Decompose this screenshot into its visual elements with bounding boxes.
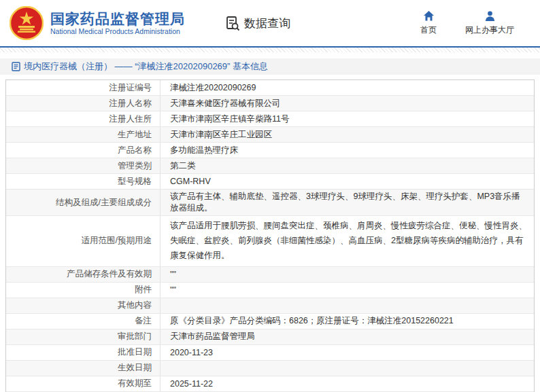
row-label: 注册人名称: [6, 96, 161, 111]
data-query-section[interactable]: 数据查询: [224, 15, 290, 31]
title-bar: 境内医疗器械（注册） —— “津械注准20202090269” 基本信息: [0, 58, 540, 75]
row-value: 津械注准20202090269: [161, 80, 534, 95]
row-label: 适用范围/预期用途: [6, 216, 161, 266]
nav-online-hall-label: 网上办事大厅: [465, 24, 514, 36]
header-nav: 首页 网上办事大厅: [420, 10, 524, 36]
nav-home-label: 首页: [420, 24, 437, 36]
row-label: 生效日期: [6, 361, 161, 376]
national-emblem-logo: [10, 6, 44, 40]
row-value: CGM-RHV: [161, 174, 534, 189]
table-row: 审批部门天津市药品监督管理局: [6, 329, 534, 345]
org-name-en: National Medical Products Administration: [50, 27, 185, 37]
table-row: 适用范围/预期用途该产品适用于腰肌劳损、腰间盘突出症、颈椎病、肩周炎、慢性疲劳综…: [6, 216, 534, 267]
table-row: 注册人住所天津市津南区辛庄镇辛柴路11号: [6, 111, 534, 127]
row-value: 天津市津南区辛庄镇辛柴路11号: [161, 111, 534, 126]
row-label: 审批部门: [6, 329, 161, 344]
row-label: 批准日期: [6, 345, 161, 360]
table-row: 生产地址天津市津南区辛庄工业园区: [6, 127, 534, 143]
table-row: 备注原《分类目录》产品分类编码：6826；原注册证号：津械注准201522602…: [6, 314, 534, 329]
row-label: 型号规格: [6, 174, 161, 189]
row-value: [161, 298, 534, 313]
row-value: 天津市药品监督管理局: [161, 329, 534, 344]
row-label: 备注: [6, 314, 161, 329]
row-value: "": [161, 283, 534, 298]
row-label: 其他内容: [6, 298, 161, 313]
row-label: 注册人住所: [6, 111, 161, 126]
table-row: 生效日期: [6, 361, 534, 376]
nav-online-hall[interactable]: 网上办事大厅: [465, 10, 514, 36]
row-value: 天津喜来健医疗器械有限公司: [161, 96, 534, 111]
row-value: 2025-11-22: [161, 376, 534, 391]
row-value: 第二类: [161, 158, 534, 173]
row-value: 天津市津南区辛庄工业园区: [161, 127, 534, 142]
row-label: 管理类别: [6, 158, 161, 173]
org-name-cn: 国家药品监督管理局: [50, 10, 185, 27]
data-query-label: 数据查询: [244, 16, 290, 31]
row-label: 生产地址: [6, 127, 161, 142]
hatch-band: [0, 48, 540, 52]
row-label: 有效期至: [6, 376, 161, 391]
document-search-icon: [224, 15, 241, 31]
row-value: 多功能温热理疗床: [161, 143, 534, 158]
row-value: 该产品有主体、辅助底垫、遥控器、3球理疗头、9球理疗头、床架、理疗头护套、MP3…: [161, 190, 534, 215]
table-row: 管理类别第二类: [6, 158, 534, 174]
table-row: 附件"": [6, 283, 534, 298]
row-label: 结构及组成/主要组成成分: [6, 190, 161, 215]
table-row: 有效期至2025-11-22: [6, 376, 534, 392]
table-row: 型号规格CGM-RHV: [6, 174, 534, 190]
row-value: 该产品适用于腰肌劳损、腰间盘突出症、颈椎病、肩周炎、慢性疲劳综合症、便秘、慢性胃…: [161, 216, 534, 266]
row-value: 2020-11-23: [161, 345, 534, 360]
table-row: 其他内容: [6, 298, 534, 314]
row-label: 注册证编号: [6, 80, 161, 95]
header: 国家药品监督管理局 National Medical Products Admi…: [0, 0, 540, 46]
row-value: "": [161, 267, 534, 282]
table-row: 注册人名称天津喜来健医疗器械有限公司: [6, 96, 534, 111]
table-row: 结构及组成/主要组成成分该产品有主体、辅助底垫、遥控器、3球理疗头、9球理疗头、…: [6, 190, 534, 216]
home-icon: [423, 10, 435, 22]
registration-info-table: 注册证编号津械注准20202090269 注册人名称天津喜来健医疗器械有限公司 …: [5, 79, 535, 392]
table-row: 注册证编号津械注准20202090269: [6, 80, 534, 96]
person-icon: [484, 10, 496, 22]
page-title: 境内医疗器械（注册） —— “津械注准20202090269” 基本信息: [24, 60, 268, 73]
table-row: 产品储存条件及有效期"": [6, 267, 534, 283]
table-row: 批准日期2020-11-23: [6, 345, 534, 361]
document-icon: [12, 62, 20, 71]
row-label: 产品储存条件及有效期: [6, 267, 161, 282]
row-value: [161, 361, 534, 376]
row-label: 附件: [6, 283, 161, 298]
table-row: 产品名称多功能温热理疗床: [6, 143, 534, 158]
brand-text: 国家药品监督管理局 National Medical Products Admi…: [50, 10, 185, 37]
nav-home[interactable]: 首页: [420, 10, 437, 36]
row-label: 产品名称: [6, 143, 161, 158]
row-value: 原《分类目录》产品分类编码：6826；原注册证号：津械注准20152260221: [161, 314, 534, 329]
